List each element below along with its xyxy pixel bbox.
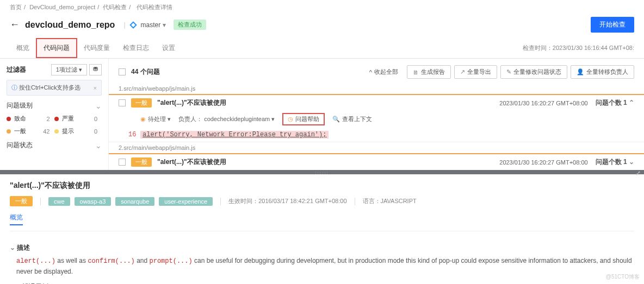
close-tip-icon[interactable]: × [94,85,97,91]
code-snippet: 16 alert('Sorry, Network Error:Please tr… [109,130,644,142]
crumb-detail: 代码检查详情 [137,4,172,10]
crumb-check[interactable]: 代码检查 [103,4,127,10]
tab-logs[interactable]: 检查日志 [116,39,156,57]
file-path-2: 2.src/main/webapp/js/main.js [109,142,644,153]
export-all-button[interactable]: ↗全量导出 [454,65,497,79]
repo-title: devcloud_demo_repo [25,20,115,30]
tag-owasp[interactable]: owasp-a3 [75,197,112,206]
issue-count-toggle[interactable]: 问题个数 1 [596,98,634,108]
tabs: 概览 代码问题 代码度量 检查日志 设置 检查时间：2023/01/30 16:… [0,38,644,59]
issue-list: 44 个问题 ^ 收起全部 🗎生成报告 ↗全量导出 ✎全量修改问题状态 👤全量转… [109,59,644,170]
description-text: alert(...) as well as confirm(...) and p… [10,256,634,277]
section-description[interactable]: 描述 [10,243,634,253]
issue-title[interactable]: "alert(...)"不应该被使用 [157,157,226,167]
breadcrumb: 首页/ DevCloud_demo_project/ 代码检查/ 代码检查详情 [0,0,644,15]
tag-sonarqube[interactable]: sonarqube [115,197,154,206]
watermark: @51CTO博客 [606,273,640,281]
issue-checkbox[interactable] [119,159,126,166]
start-check-button[interactable]: 开始检查 [591,17,634,33]
filter-tool-icon[interactable]: ⛃ [89,64,102,75]
issue-count-toggle[interactable]: 问题个数 1 [596,157,634,167]
detail-severity: 一般 [10,196,33,206]
issue-item-1: 一般 "alert(...)"不应该被使用 2023/01/30 16:20:2… [109,94,644,142]
detail-title: "alert(...)"不应该被使用 [10,181,634,191]
select-all-checkbox[interactable] [119,68,126,75]
tab-overview[interactable]: 概览 [10,39,36,57]
filter-select[interactable]: 1项过滤 [51,64,87,75]
tag-ux[interactable]: user-experience [159,197,213,206]
batch-status-button[interactable]: ✎全量修改问题状态 [500,65,567,79]
issue-item-2: 一般 "alert(...)"不应该被使用 2023/01/30 16:20:2… [109,153,644,170]
view-context-button[interactable]: 🔍查看上下文 [332,115,372,123]
status-badge: 检查成功 [174,20,206,30]
tag-cwe[interactable]: cwe [48,197,70,206]
multi-select-tip: ⓘ 按住Ctrl+Click支持多选 × [7,80,102,96]
expand-icon[interactable]: ⤢ [635,169,641,177]
collapse-all-button[interactable]: ^ 收起全部 [364,66,404,78]
issue-time: 2023/01/30 16:20:27 GMT+08:00 [499,159,587,166]
repo-icon [129,21,138,29]
check-time: 检查时间：2023/01/30 16:16:44 GMT+08: [523,44,634,52]
detail-panel: "alert(...)"不应该被使用 一般 cwe owasp-a3 sonar… [0,174,644,284]
severity-badge: 一般 [131,98,152,108]
severity-badge: 一般 [131,157,152,167]
generate-report-button[interactable]: 🗎生成报告 [407,65,451,79]
resize-handle[interactable]: :::::: ⤢ [0,170,644,174]
issue-help-button[interactable]: ◷问题帮助 [282,113,325,125]
crumb-project[interactable]: DevCloud_demo_project [29,4,95,10]
page-header: ← devcloud_demo_repo | master 检查成功 开始检查 [0,15,644,38]
state-section[interactable]: 问题状态 [7,141,102,150]
issue-checkbox[interactable] [119,99,126,106]
filter-label: 过滤器 [7,65,26,74]
detail-tab-overview[interactable]: 概览 [10,213,23,225]
file-path-1: 1.src/main/webapp/js/main.js [109,83,644,94]
tab-settings[interactable]: 设置 [156,39,182,57]
crumb-home[interactable]: 首页 [10,4,22,10]
batch-owner-button[interactable]: 👤全量转移负责人 [571,65,634,79]
back-arrow-icon[interactable]: ← [10,19,20,30]
severity-section[interactable]: 问题级别 [7,101,102,110]
issue-title[interactable]: "alert(...)"不应该被使用 [157,98,226,108]
issue-total: 44 个问题 [131,67,160,77]
tab-metrics[interactable]: 代码度量 [77,39,116,57]
issue-time: 2023/01/30 16:20:27 GMT+08:00 [499,100,587,106]
branch-select[interactable]: master [141,21,166,29]
tab-issues[interactable]: 代码问题 [36,38,77,58]
filter-sidebar: 过滤器 1项过滤 ⛃ ⓘ 按住Ctrl+Click支持多选 × 问题级别 致命 … [0,59,109,170]
